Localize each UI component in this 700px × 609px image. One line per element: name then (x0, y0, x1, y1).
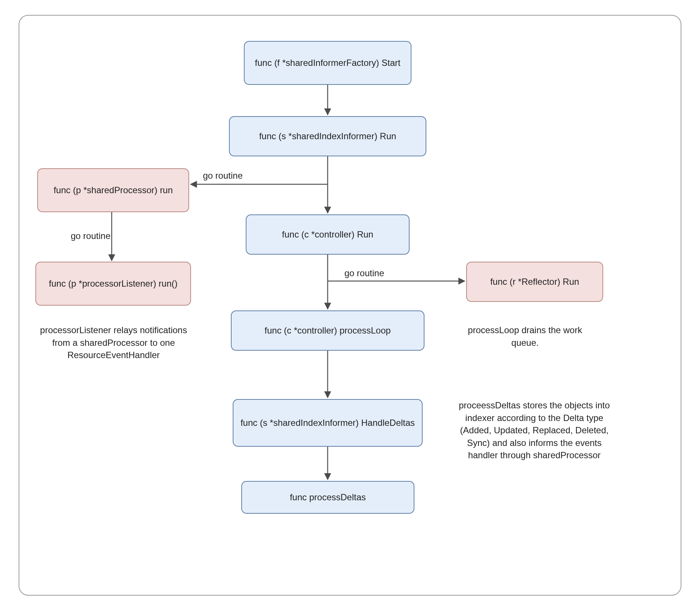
edge-label-goroutine-3: go routine (344, 268, 384, 278)
edge-label-goroutine-1: go routine (203, 170, 243, 181)
node-controller-run: func (c *controller) Run (246, 214, 410, 255)
node-sharedindexinformer-run: func (s *sharedIndexInformer) Run (229, 116, 426, 156)
note-processorlistener: processorListener relays notifications f… (35, 324, 192, 361)
edge-label-goroutine-2: go routine (71, 231, 111, 241)
node-reflector-run: func (r *Reflector) Run (466, 262, 603, 302)
node-processloop: func (c *controller) processLoop (231, 310, 424, 351)
node-processorlistener-run: func (p *processorListener) run() (35, 262, 191, 306)
node-factory-start: func (f *sharedInformerFactory) Start (244, 41, 411, 85)
node-sharedprocessor-run: func (p *sharedProcessor) run (37, 168, 189, 212)
node-processdeltas: func processDeltas (241, 481, 414, 514)
diagram-canvas: func (f *sharedInformerFactory) Start fu… (0, 0, 700, 609)
note-processdeltas: proceessDeltas stores the objects into i… (454, 399, 614, 462)
node-handledeltas: func (s *sharedIndexInformer) HandleDelt… (233, 399, 423, 447)
note-processloop: processLoop drains the work queue. (460, 324, 590, 349)
